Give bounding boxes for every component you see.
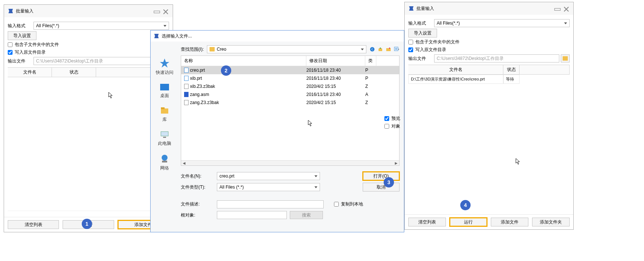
write-orig-dir-checkbox[interactable]: 写入原文件目录 <box>408 47 570 53</box>
chevron-down-icon <box>361 49 364 50</box>
output-file-label: 输出文件 <box>408 56 434 62</box>
filename-combo[interactable]: creo.prt <box>217 172 320 180</box>
dock-icon[interactable] <box>554 6 561 11</box>
open-button[interactable]: 打开(O) <box>363 172 400 180</box>
column-status[interactable]: 状态 <box>52 68 96 77</box>
output-file-label: 输出文件 <box>8 58 34 64</box>
clear-list-button[interactable]: 清空列表 <box>8 220 59 229</box>
filetype-label: 文件类型(T): <box>181 184 214 190</box>
run-button[interactable]: 运行 <box>450 218 487 226</box>
rootobj-input[interactable] <box>217 211 287 219</box>
column-type[interactable]: 类 <box>365 56 376 66</box>
add-folder-button[interactable]: 添加文件夹 <box>532 218 570 226</box>
output-path-input[interactable] <box>434 54 559 62</box>
filename-label: 文件名(N): <box>181 173 214 179</box>
dialog-title: 选择输入文件... <box>162 33 401 39</box>
svg-rect-12 <box>555 8 560 11</box>
filedesc-input[interactable] <box>217 200 324 208</box>
scroll-left-icon[interactable]: ◄ <box>181 161 187 166</box>
place-network[interactable]: 网络 <box>160 154 169 171</box>
file-icon <box>184 100 189 105</box>
svg-rect-5 <box>163 137 166 138</box>
places-sidebar: 快速访问 桌面 库 此电脑 网络 <box>151 42 179 232</box>
place-desktop[interactable]: 桌面 <box>159 83 170 99</box>
horizontal-scrollbar[interactable]: ◄ ► <box>181 160 399 165</box>
svg-rect-7 <box>162 161 167 162</box>
lookin-combo[interactable]: Creo <box>207 45 366 53</box>
place-quick-access[interactable]: 快速访问 <box>156 58 173 76</box>
svg-point-6 <box>162 155 168 161</box>
browse-folder-button[interactable] <box>561 54 570 62</box>
place-this-pc[interactable]: 此电脑 <box>158 130 171 147</box>
format-combo[interactable]: All Files(*.*) <box>34 22 169 30</box>
search-button[interactable]: 搜索 <box>290 211 323 219</box>
format-combo[interactable]: All Files(*.*) <box>434 19 570 27</box>
clear-list-button[interactable]: 清空列表 <box>408 218 446 226</box>
prt-file-icon <box>184 76 189 81</box>
table-row[interactable]: D:\工作\3D演示资源\兼容性\Creo\creo.prt 等待 <box>408 75 570 84</box>
dock-icon[interactable] <box>154 8 160 14</box>
filedesc-label: 文件描述: <box>181 201 214 207</box>
batch-input-panel-left: 批量输入 输入格式 All Files(*.*) 导入设置 包含子文件夹中的文件… <box>4 4 173 232</box>
panel-footer: 清空列表 运行 添加文件 添加文件夹 <box>405 214 573 229</box>
file-open-dialog: 选择输入文件... 快速访问 桌面 库 此电脑 网络 查找范围(I): Creo <box>150 30 404 232</box>
column-status[interactable]: 状态 <box>503 65 520 75</box>
place-library[interactable]: 库 <box>159 106 170 123</box>
format-label: 输入格式 <box>408 20 434 26</box>
window-title: 批量输入 <box>16 8 151 14</box>
chevron-down-icon <box>564 22 567 24</box>
svg-point-8 <box>370 47 374 51</box>
titlebar: 批量输入 <box>4 5 173 17</box>
preview-options: 预览 对象 <box>384 114 403 131</box>
preview-checkbox[interactable]: 预览 <box>384 115 403 122</box>
file-table <box>8 77 169 211</box>
new-folder-icon[interactable] <box>386 46 391 52</box>
cancel-button[interactable]: 取消 <box>363 183 400 192</box>
add-file-button[interactable]: 添加文件 <box>491 218 528 226</box>
import-settings-button[interactable]: 导入设置 <box>8 31 36 40</box>
close-icon[interactable] <box>162 8 169 14</box>
lookin-label: 查找范围(I): <box>181 46 204 53</box>
svg-rect-3 <box>161 107 165 109</box>
step-badge-1: 1 <box>82 219 92 229</box>
file-row[interactable]: zang.asm2016/11/18 23:40A <box>181 90 399 99</box>
import-settings-button[interactable]: 导入设置 <box>408 29 437 37</box>
output-path-input[interactable] <box>34 57 169 65</box>
file-row[interactable]: creo.prt2016/11/18 23:40P <box>181 66 399 74</box>
column-date[interactable]: 修改日期 <box>306 56 365 66</box>
prt-file-icon <box>184 68 189 73</box>
up-icon[interactable] <box>377 46 383 52</box>
file-row[interactable]: xib.prt2016/11/18 23:40P <box>181 74 399 82</box>
scroll-right-icon[interactable]: ► <box>393 161 399 166</box>
folder-icon <box>210 47 215 51</box>
column-filename[interactable]: 文件名 <box>408 65 503 75</box>
object-checkbox[interactable]: 对象 <box>384 123 403 129</box>
folder-icon <box>563 56 568 61</box>
back-icon[interactable] <box>369 46 375 52</box>
write-orig-dir-checkbox[interactable]: 写入原文件目录 <box>8 49 169 56</box>
file-row[interactable]: xib.Z3.z3bak2020/4/2 15:15Z <box>181 82 399 90</box>
include-subfolders-checkbox[interactable]: 包含子文件夹中的文件 <box>408 39 570 45</box>
column-name[interactable]: 名称 <box>181 56 306 66</box>
chevron-down-icon <box>314 186 317 188</box>
dialog-titlebar: 选择输入文件... <box>151 31 404 42</box>
file-list: 名称 修改日期 类 creo.prt2016/11/18 23:40Pxib.p… <box>181 56 400 166</box>
copy-local-checkbox[interactable]: 复制到本地 <box>334 201 363 207</box>
panel-body: 输入格式 All Files(*.*) 导入设置 包含子文件夹中的文件 写入原文… <box>405 15 573 87</box>
batch-input-panel-right: 批量输入 输入格式 All Files(*.*) 导入设置 包含子文件夹中的文件… <box>404 2 574 230</box>
chevron-down-icon <box>163 25 166 27</box>
include-subfolders-checkbox[interactable]: 包含子文件夹中的文件 <box>8 42 169 48</box>
step-badge-4: 4 <box>460 200 471 210</box>
file-icon <box>184 84 189 89</box>
app-icon <box>408 6 414 11</box>
view-menu-icon[interactable] <box>394 46 400 52</box>
svg-rect-9 <box>379 49 382 51</box>
nav-toolbar <box>369 46 400 52</box>
filetype-combo[interactable]: All Files (*.*) <box>217 183 320 191</box>
step-badge-3: 3 <box>384 177 394 187</box>
column-filename[interactable]: 文件名 <box>8 68 52 77</box>
rootobj-label: 根对象: <box>181 212 214 218</box>
titlebar: 批量输入 <box>405 2 573 15</box>
close-icon[interactable] <box>563 6 570 11</box>
file-row[interactable]: zang.Z3.z3bak2020/4/2 15:15Z <box>181 99 399 107</box>
